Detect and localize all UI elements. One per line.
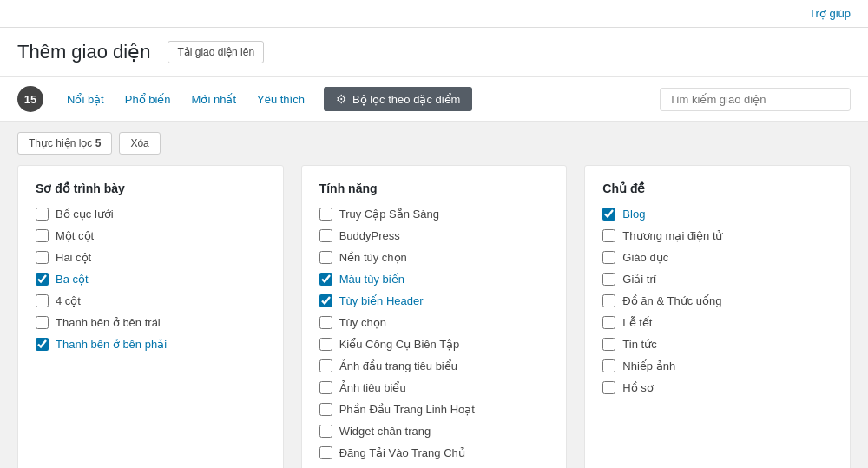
features-label-11: Đăng Tải Vào Trang Chủ xyxy=(339,446,465,459)
layout-label-5: Thanh bên ở bên trái xyxy=(56,316,161,329)
layout-checkbox-0[interactable] xyxy=(36,208,49,221)
topics-checkbox-5[interactable] xyxy=(602,316,615,329)
topics-label-3: Giải trí xyxy=(622,273,656,286)
layout-item-5[interactable]: Thanh bên ở bên trái xyxy=(36,316,266,329)
features-checkbox-11[interactable] xyxy=(319,446,332,459)
tab-popular[interactable]: Phổ biến xyxy=(115,88,181,111)
topics-item-2[interactable]: Giáo dục xyxy=(602,251,832,264)
features-item-4[interactable]: Tùy biến Header xyxy=(319,294,549,307)
apply-filter-label: Thực hiện lọc xyxy=(29,137,92,149)
features-item-6[interactable]: Kiểu Công Cụ Biên Tập xyxy=(319,338,549,351)
filter-tabs-bar: 15 Nổi bật Phổ biến Mới nhất Yêu thích ⚙… xyxy=(0,77,868,122)
layout-item-6[interactable]: Thanh bên ở bên phải xyxy=(36,338,266,351)
topics-checkbox-6[interactable] xyxy=(602,338,615,351)
features-item-0[interactable]: Truy Cập Sẵn Sàng xyxy=(319,208,549,221)
features-label-6: Kiểu Công Cụ Biên Tập xyxy=(339,338,460,351)
features-label-0: Truy Cập Sẵn Sàng xyxy=(339,208,439,221)
features-item-11[interactable]: Đăng Tải Vào Trang Chủ xyxy=(319,446,549,459)
features-checkbox-3[interactable] xyxy=(319,273,332,286)
search-box xyxy=(660,88,851,111)
layout-checkbox-5[interactable] xyxy=(36,316,49,329)
layout-item-1[interactable]: Một cột xyxy=(36,229,266,242)
features-section-title: Tính năng xyxy=(319,181,549,195)
features-checkbox-5[interactable] xyxy=(319,316,332,329)
topics-checkbox-7[interactable] xyxy=(602,359,615,372)
topics-label-5: Lễ tết xyxy=(622,316,652,329)
layout-item-3[interactable]: Ba cột xyxy=(36,273,266,286)
features-label-2: Nền tùy chọn xyxy=(339,251,407,264)
features-checkbox-7[interactable] xyxy=(319,359,332,372)
topics-checkbox-8[interactable] xyxy=(602,381,615,394)
features-checkbox-4[interactable] xyxy=(319,294,332,307)
features-checkbox-6[interactable] xyxy=(319,338,332,351)
features-checkbox-9[interactable] xyxy=(319,403,332,416)
feature-filter-button[interactable]: ⚙ Bộ lọc theo đặc điểm xyxy=(324,87,473,111)
layout-section: Sơ đồ trình bày Bố cục lướiMột cộtHai cộ… xyxy=(17,165,284,468)
search-input[interactable] xyxy=(660,88,851,111)
clear-filter-button[interactable]: Xóa xyxy=(119,132,160,155)
layout-label-4: 4 cột xyxy=(56,294,81,307)
features-item-7[interactable]: Ảnh đầu trang tiêu biểu xyxy=(319,359,549,372)
topics-item-5[interactable]: Lễ tết xyxy=(602,316,832,329)
features-checkbox-1[interactable] xyxy=(319,229,332,242)
topics-item-6[interactable]: Tin tức xyxy=(602,338,832,351)
layout-section-title: Sơ đồ trình bày xyxy=(36,181,266,195)
tab-links: Nổi bật Phổ biến Mới nhất Yêu thích xyxy=(56,88,315,111)
layout-label-1: Một cột xyxy=(56,229,94,242)
features-item-5[interactable]: Tùy chọn xyxy=(319,316,549,329)
features-section: Tính năng Truy Cập Sẵn SàngBuddyPressNền… xyxy=(301,165,568,468)
layout-checkbox-3[interactable] xyxy=(36,273,49,286)
layout-checkbox-6[interactable] xyxy=(36,338,49,351)
layout-checkbox-4[interactable] xyxy=(36,294,49,307)
tab-favorites[interactable]: Yêu thích xyxy=(247,88,315,111)
layout-item-0[interactable]: Bố cục lưới xyxy=(36,208,266,221)
features-label-4: Tùy biến Header xyxy=(339,294,424,307)
topics-checkbox-4[interactable] xyxy=(602,294,615,307)
topics-label-4: Đồ ăn & Thức uống xyxy=(622,294,721,307)
topics-section: Chủ đề BlogThương mại điện tửGiáo dụcGiả… xyxy=(584,165,851,468)
features-item-1[interactable]: BuddyPress xyxy=(319,229,549,242)
topics-checkbox-3[interactable] xyxy=(602,273,615,286)
topics-items: BlogThương mại điện tửGiáo dụcGiải tríĐồ… xyxy=(602,208,832,394)
layout-label-3: Ba cột xyxy=(56,273,89,286)
features-checkbox-2[interactable] xyxy=(319,251,332,264)
topics-item-7[interactable]: Nhiếp ảnh xyxy=(602,359,832,372)
tab-featured[interactable]: Nổi bật xyxy=(56,88,115,111)
layout-checkbox-2[interactable] xyxy=(36,251,49,264)
topics-checkbox-2[interactable] xyxy=(602,251,615,264)
layout-item-4[interactable]: 4 cột xyxy=(36,294,266,307)
filter-actions: Thực hiện lọc 5 Xóa xyxy=(0,122,868,165)
layout-label-0: Bố cục lưới xyxy=(56,208,114,221)
tab-newest[interactable]: Mới nhất xyxy=(181,88,247,111)
features-label-1: BuddyPress xyxy=(339,229,400,242)
features-item-3[interactable]: Màu tùy biến xyxy=(319,273,549,286)
topics-item-0[interactable]: Blog xyxy=(602,208,832,221)
features-checkbox-0[interactable] xyxy=(319,208,332,221)
features-label-3: Màu tùy biến xyxy=(339,273,404,286)
page-header: Thêm giao diện Tải giao diện lên xyxy=(0,28,868,77)
features-item-9[interactable]: Phần Đầu Trang Linh Hoạt xyxy=(319,403,549,416)
layout-item-2[interactable]: Hai cột xyxy=(36,251,266,264)
topics-item-3[interactable]: Giải trí xyxy=(602,273,832,286)
topics-item-8[interactable]: Hồ sơ xyxy=(602,381,832,394)
features-checkbox-8[interactable] xyxy=(319,381,332,394)
apply-filter-button[interactable]: Thực hiện lọc 5 xyxy=(17,132,112,155)
topics-item-1[interactable]: Thương mại điện tử xyxy=(602,229,832,242)
gear-icon: ⚙ xyxy=(336,92,347,106)
layout-checkbox-1[interactable] xyxy=(36,229,49,242)
features-item-8[interactable]: Ảnh tiêu biểu xyxy=(319,381,549,394)
features-label-10: Widget chân trang xyxy=(339,425,431,438)
topics-checkbox-1[interactable] xyxy=(602,229,615,242)
topics-section-title: Chủ đề xyxy=(602,181,832,195)
topics-label-6: Tin tức xyxy=(622,338,656,351)
upload-button[interactable]: Tải giao diện lên xyxy=(168,41,264,63)
help-link[interactable]: Trợ giúp xyxy=(809,7,851,20)
topics-label-8: Hồ sơ xyxy=(622,381,654,394)
topics-item-4[interactable]: Đồ ăn & Thức uống xyxy=(602,294,832,307)
features-label-5: Tùy chọn xyxy=(339,316,386,329)
features-item-2[interactable]: Nền tùy chọn xyxy=(319,251,549,264)
theme-count-badge: 15 xyxy=(17,86,43,112)
features-item-10[interactable]: Widget chân trang xyxy=(319,425,549,438)
topics-checkbox-0[interactable] xyxy=(602,208,615,221)
features-checkbox-10[interactable] xyxy=(319,425,332,438)
